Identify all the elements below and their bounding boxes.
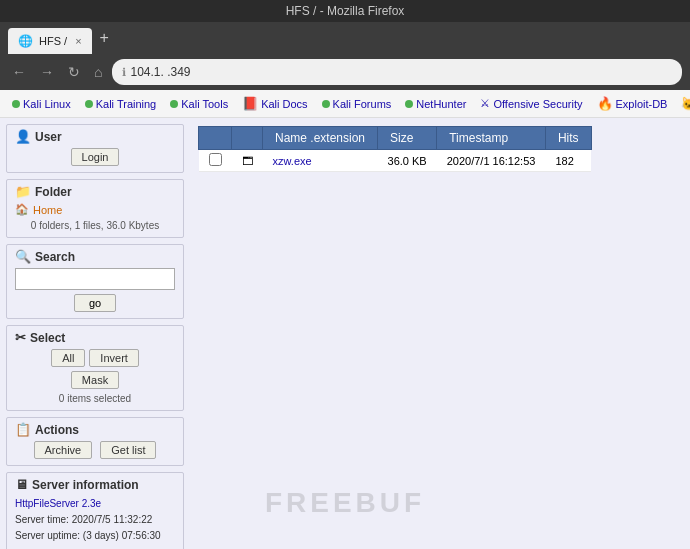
bookmark-kali-linux[interactable]: Kali Linux — [6, 96, 77, 112]
address-input-wrap[interactable]: ℹ 104.1. .349 — [112, 59, 682, 85]
row-timestamp-cell: 2020/7/1 16:12:53 — [437, 150, 546, 172]
table-header-timestamp[interactable]: Timestamp — [437, 127, 546, 150]
user-icon: 👤 — [15, 129, 31, 144]
bookmark-kali-docs[interactable]: 📕 Kali Docs — [236, 94, 313, 113]
select-all-button[interactable]: All — [51, 349, 85, 367]
home-folder-icon: 🏠 — [15, 203, 29, 216]
actions-section: 📋 Actions Archive Get list — [6, 417, 184, 466]
actions-icon: 📋 — [15, 422, 31, 437]
search-section-title: 🔍 Search — [15, 249, 175, 264]
reload-button[interactable]: ↻ — [64, 62, 84, 82]
back-button[interactable]: ← — [8, 62, 30, 82]
select-mask-button[interactable]: Mask — [71, 371, 119, 389]
info-icon: ℹ — [122, 66, 126, 79]
server-time: Server time: 2020/7/5 11:32:22 — [15, 512, 175, 528]
user-section: 👤 User Login — [6, 124, 184, 173]
table-row: 🗔 xzw.exe 36.0 KB 2020/7/1 16:12:53 182 — [199, 150, 592, 172]
row-size-cell: 36.0 KB — [378, 150, 437, 172]
table-header-row: Name .extension Size Timestamp Hits — [199, 127, 592, 150]
search-go-button[interactable]: go — [74, 294, 116, 312]
tab-label: HFS / — [39, 35, 67, 47]
server-uptime: Server uptime: (3 days) 07:56:30 — [15, 528, 175, 544]
title-bar: HFS / - Mozilla Firefox — [0, 0, 690, 22]
row-checkbox-cell — [199, 150, 232, 172]
select-section: ✂ Select All Invert Mask 0 items selecte… — [6, 325, 184, 411]
table-header-name[interactable]: Name .extension — [263, 127, 378, 150]
bookmarks-bar: Kali Linux Kali Training Kali Tools 📕 Ka… — [0, 90, 690, 118]
bookmark-icon — [12, 100, 20, 108]
items-selected-count: 0 items selected — [15, 393, 175, 404]
select-section-title: ✂ Select — [15, 330, 175, 345]
row-file-link[interactable]: xzw.exe — [273, 155, 312, 167]
bookmark-ghd[interactable]: 🐱 GHD — [675, 94, 690, 113]
bookmark-kali-tools[interactable]: Kali Tools — [164, 96, 234, 112]
address-bar: ← → ↻ ⌂ ℹ 104.1. .349 — [0, 54, 690, 90]
tab-bar: 🌐 HFS / × + — [0, 22, 690, 54]
search-section-icon: 🔍 — [15, 249, 31, 264]
row-hits-cell: 182 — [545, 150, 591, 172]
file-table: Name .extension Size Timestamp Hits 🗔 xz… — [198, 126, 592, 172]
login-button[interactable]: Login — [71, 148, 120, 166]
main-content: 👤 User Login 📁 Folder 🏠 Home 0 folders, … — [0, 118, 690, 549]
server-info-title: 🖥 Server information — [15, 477, 175, 492]
bookmark-icon — [170, 100, 178, 108]
home-button[interactable]: ⌂ — [90, 62, 106, 82]
bookmark-icon — [322, 100, 330, 108]
bookmark-kali-forums[interactable]: Kali Forums — [316, 96, 398, 112]
sidebar: 👤 User Login 📁 Folder 🏠 Home 0 folders, … — [0, 118, 190, 549]
bookmark-icon — [85, 100, 93, 108]
archive-button[interactable]: Archive — [34, 441, 93, 459]
server-icon: 🖥 — [15, 477, 28, 492]
table-header-checkbox — [199, 127, 232, 150]
content-area: Name .extension Size Timestamp Hits 🗔 xz… — [190, 118, 690, 549]
bookmark-icon — [405, 100, 413, 108]
bookmark-icon: 📕 — [242, 96, 258, 111]
bookmark-nethunter[interactable]: NetHunter — [399, 96, 472, 112]
folder-stats: 0 folders, 1 files, 36.0 Kbytes — [15, 220, 175, 231]
folder-section: 📁 Folder 🏠 Home 0 folders, 1 files, 36.0… — [6, 179, 184, 238]
row-file-icon-cell: 🗔 — [232, 150, 263, 172]
user-section-title: 👤 User — [15, 129, 175, 144]
table-header-size[interactable]: Size — [378, 127, 437, 150]
server-info-section: 🖥 Server information HttpFileServer 2.3e… — [6, 472, 184, 549]
row-checkbox[interactable] — [209, 153, 222, 166]
search-section: 🔍 Search go — [6, 244, 184, 319]
actions-section-title: 📋 Actions — [15, 422, 175, 437]
url-display: 104.1. .349 — [130, 65, 190, 79]
folder-section-title: 📁 Folder — [15, 184, 175, 199]
forward-button[interactable]: → — [36, 62, 58, 82]
get-list-button[interactable]: Get list — [100, 441, 156, 459]
home-folder-link[interactable]: 🏠 Home — [15, 203, 175, 216]
bookmark-exploit-db[interactable]: 🔥 Exploit-DB — [591, 94, 674, 113]
select-invert-button[interactable]: Invert — [89, 349, 139, 367]
bookmark-icon: 🐱 — [681, 96, 690, 111]
folder-icon: 📁 — [15, 184, 31, 199]
new-tab-button[interactable]: + — [92, 29, 117, 47]
server-version[interactable]: HttpFileServer 2.3e — [15, 496, 175, 512]
tab-close-button[interactable]: × — [75, 35, 81, 47]
table-header-file-icon — [232, 127, 263, 150]
table-header-hits[interactable]: Hits — [545, 127, 591, 150]
search-input[interactable] — [15, 268, 175, 290]
bookmark-icon: 🔥 — [597, 96, 613, 111]
row-file-icon: 🗔 — [242, 155, 253, 167]
tab-favicon: 🌐 — [18, 34, 33, 48]
bookmark-icon: ⚔ — [480, 97, 490, 110]
row-name-cell: xzw.exe — [263, 150, 378, 172]
bookmark-kali-training[interactable]: Kali Training — [79, 96, 163, 112]
browser-tab[interactable]: 🌐 HFS / × — [8, 28, 92, 54]
window-title: HFS / - Mozilla Firefox — [286, 4, 405, 18]
select-icon: ✂ — [15, 330, 26, 345]
bookmark-offensive-security[interactable]: ⚔ Offensive Security — [474, 95, 588, 112]
